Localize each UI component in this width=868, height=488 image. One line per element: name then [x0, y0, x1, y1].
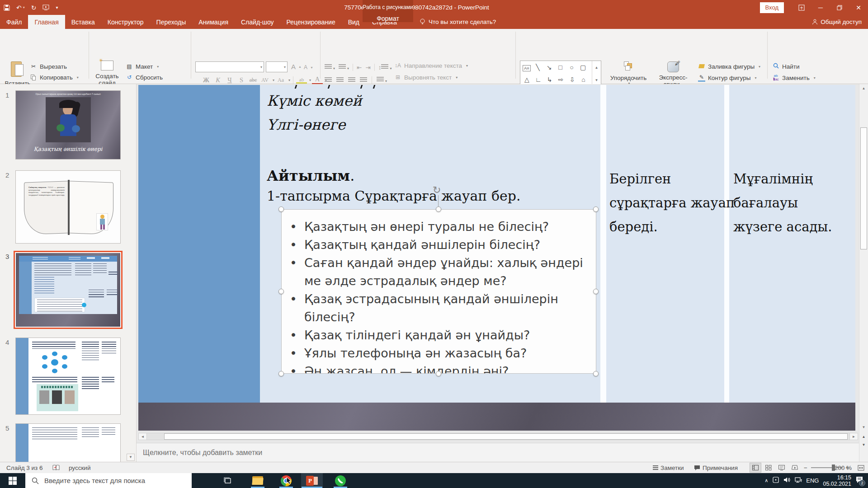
layout-button[interactable]: ▤Макет▾: [126, 61, 159, 71]
grow-font-button[interactable]: A▲: [291, 61, 302, 71]
network-icon[interactable]: [795, 477, 802, 484]
align-right-button[interactable]: [348, 77, 355, 83]
shape-oval-icon[interactable]: ○: [566, 61, 577, 73]
slide-sorter-view-button[interactable]: [763, 463, 774, 473]
notes-toggle[interactable]: Заметки: [653, 462, 684, 473]
redo-button[interactable]: ↻: [31, 4, 37, 11]
reading-view-button[interactable]: [776, 463, 788, 473]
volume-icon[interactable]: [783, 477, 791, 484]
cut-button[interactable]: ✂Вырезать: [30, 61, 67, 71]
slide-indicator[interactable]: Слайд 3 из 6: [6, 462, 43, 473]
slide-3-thumbnail-selected[interactable]: [14, 251, 123, 329]
spell-check-icon[interactable]: [52, 462, 60, 473]
scroll-down-button[interactable]: ▼: [859, 424, 868, 431]
line-spacing-button[interactable]: ↕▾: [378, 64, 392, 71]
powerpoint-button-active[interactable]: P: [301, 473, 323, 488]
slide-text-italic-1[interactable]: Күміс көмей: [267, 92, 362, 109]
fit-to-window-button[interactable]: [858, 462, 864, 473]
slideshow-view-button[interactable]: [789, 463, 801, 473]
previous-slide-button[interactable]: ▲: [859, 434, 868, 441]
sign-in-button[interactable]: Вход: [760, 2, 784, 13]
tell-me-box[interactable]: Что вы хотите сделать?: [420, 15, 496, 29]
resize-handle-sw[interactable]: [278, 371, 284, 376]
resize-handle-ne[interactable]: [593, 206, 599, 212]
shape-home-icon[interactable]: ⌂: [578, 73, 589, 85]
shape-outline-button[interactable]: ✎Контур фигуры▾: [698, 73, 756, 83]
notes-pane[interactable]: Щелкните, чтобы добавить заметки: [137, 443, 868, 462]
close-button[interactable]: ✕: [849, 0, 868, 15]
copy-button[interactable]: Копировать▾: [30, 72, 79, 82]
file-explorer-button[interactable]: [247, 473, 269, 488]
tab-format[interactable]: Формат: [363, 15, 413, 22]
tablet-input-icon[interactable]: [772, 477, 779, 484]
shape-line-icon[interactable]: ╲: [532, 61, 543, 73]
slide-text-task[interactable]: 1-тапсырма Сұрақтарға жауап бер.: [267, 188, 520, 204]
customize-qat-button[interactable]: ▾: [56, 5, 58, 10]
resize-handle-n[interactable]: [436, 206, 441, 212]
tab-slideshow[interactable]: Слайд-шоу: [235, 15, 280, 29]
normal-view-button[interactable]: [750, 463, 761, 473]
reset-button[interactable]: ↺Сбросить: [126, 72, 163, 82]
slide-4-thumbnail[interactable]: [15, 338, 121, 415]
search-input[interactable]: [44, 477, 180, 484]
text-shadow-button[interactable]: S: [236, 76, 247, 84]
justify-button[interactable]: [360, 77, 367, 83]
scroll-right-button[interactable]: ►: [849, 433, 858, 440]
resize-handle-se[interactable]: [593, 371, 599, 376]
minimize-button[interactable]: ─: [811, 0, 830, 15]
resize-handle-e[interactable]: [593, 289, 599, 294]
decrease-indent-button[interactable]: ⇤: [357, 64, 362, 71]
horizontal-scrollbar[interactable]: ◄ ►: [138, 433, 858, 440]
shapes-scroll-up[interactable]: ▲: [592, 61, 601, 74]
shape-fill-button[interactable]: Заливка фигуры▾: [698, 61, 760, 71]
share-button[interactable]: Общий доступ: [812, 15, 862, 29]
tab-file[interactable]: Файл: [0, 15, 28, 29]
change-case-button[interactable]: Aa: [275, 77, 286, 84]
zoom-level[interactable]: 200 %: [835, 462, 852, 473]
replace-button[interactable]: ab⮯acЗаменить▾: [772, 73, 816, 83]
font-size-combo[interactable]: ▾: [266, 61, 288, 72]
start-button[interactable]: [0, 473, 25, 488]
language-indicator[interactable]: русский: [69, 462, 90, 473]
input-language-indicator[interactable]: ENG: [806, 477, 819, 484]
shape-textbox-icon[interactable]: A≡: [523, 65, 531, 71]
font-name-combo[interactable]: ▾: [195, 61, 264, 72]
slide-5-thumbnail[interactable]: [15, 423, 121, 462]
zoom-out-button[interactable]: −: [804, 462, 807, 473]
tray-expand-chevron[interactable]: ∧: [764, 478, 768, 483]
action-center-button[interactable]: 2: [855, 476, 863, 485]
underline-button[interactable]: Ч: [224, 76, 235, 84]
slide-text-italic-2[interactable]: Үлгі-өнеге: [267, 116, 346, 133]
italic-button[interactable]: К: [212, 76, 223, 84]
shape-rounded-rect-icon[interactable]: ▢: [577, 61, 589, 73]
vertical-scroll-thumb[interactable]: [860, 127, 867, 249]
shape-right-arrow-icon[interactable]: ⇨: [555, 73, 566, 85]
restore-button[interactable]: [830, 0, 849, 15]
taskbar-clock[interactable]: 16:15 05.02.2021: [823, 474, 851, 487]
slide-text-heading[interactable]: Айтылым.: [267, 167, 354, 184]
shape-arrow-icon[interactable]: ↘: [543, 61, 555, 73]
tab-transitions[interactable]: Переходы: [150, 15, 193, 29]
numbering-button[interactable]: ▾: [339, 64, 349, 71]
bold-button[interactable]: Ж: [201, 76, 212, 84]
save-button[interactable]: [4, 5, 10, 11]
comments-toggle[interactable]: Примечания: [694, 462, 738, 473]
shape-down-arrow-icon[interactable]: ⇩: [566, 73, 578, 85]
strikethrough-button[interactable]: abc: [248, 77, 259, 84]
next-slide-button[interactable]: ▼: [859, 442, 868, 449]
undo-button[interactable]: ↶▾: [16, 4, 25, 11]
vertical-scrollbar[interactable]: ▲ ▼ ▲ ▼: [859, 84, 868, 462]
thumbnail-scroll-down-button[interactable]: ▼: [127, 454, 135, 461]
resize-handle-w[interactable]: [278, 289, 284, 294]
chrome-button[interactable]: [275, 473, 297, 488]
shrink-font-button[interactable]: A▼: [304, 62, 313, 72]
align-left-button[interactable]: [325, 77, 332, 83]
slide-canvas[interactable]: Күміс көмей Үлгі-өнеге Айтылым. 1-тапсыр…: [138, 85, 855, 431]
columns-button[interactable]: ▾: [377, 77, 387, 84]
horizontal-scroll-thumb[interactable]: [164, 433, 848, 440]
resize-handle-s[interactable]: [436, 371, 441, 376]
assessment-column-text[interactable]: Мұғалімнің бағалауы жүзеге асады.: [733, 167, 832, 239]
tab-review[interactable]: Рецензирование: [280, 15, 342, 29]
descriptor-column-text[interactable]: Берілген сұрақтарға жауап береді.: [609, 167, 735, 239]
slide-2-thumbnail[interactable]: Сабақтың мақсаты: 7.2.5.1 — диалогке қат…: [15, 170, 121, 244]
